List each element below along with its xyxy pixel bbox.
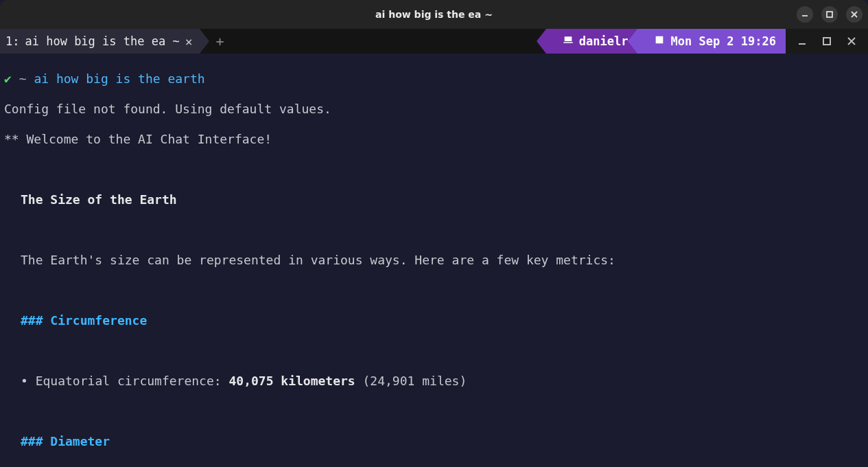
status-datetime: Mon Sep 2 19:26 bbox=[670, 34, 776, 48]
response-title: The Size of the Earth bbox=[21, 192, 177, 207]
inner-maximize-button[interactable] bbox=[814, 29, 839, 54]
list-item: • Equatorial circumference: 40,075 kilom… bbox=[4, 374, 864, 389]
inner-close-button[interactable] bbox=[839, 29, 864, 54]
tab-index: 1: bbox=[5, 34, 19, 48]
status-right: danielr Mon Sep 2 19:26 bbox=[546, 29, 868, 54]
status-time-segment: Mon Sep 2 19:26 bbox=[637, 29, 786, 54]
window-titlebar: ai how big is the ea ~ bbox=[0, 0, 868, 29]
inner-minimize-button[interactable] bbox=[790, 29, 814, 54]
window-controls-outer bbox=[797, 6, 863, 23]
blank-line bbox=[4, 283, 864, 298]
tab-close-icon[interactable]: × bbox=[185, 34, 193, 49]
svg-rect-5 bbox=[823, 38, 830, 45]
minimize-button[interactable] bbox=[797, 6, 813, 23]
config-warning-line: Config file not found. Using default val… bbox=[4, 102, 864, 117]
tab-bar: 1: ai how big is the ea ~ × + danielr Mo… bbox=[0, 29, 868, 54]
prompt-cwd: ~ bbox=[19, 71, 27, 86]
terminal-tab-1[interactable]: 1: ai how big is the ea ~ × bbox=[0, 29, 200, 54]
calendar-icon bbox=[654, 34, 665, 48]
shell-prompt-line: ✔ ~ ai how big is the earth bbox=[4, 71, 864, 87]
laptop-icon bbox=[563, 34, 574, 48]
blank-line bbox=[4, 162, 864, 177]
tab-label: ai how big is the ea ~ bbox=[25, 34, 179, 48]
prompt-command: ai how big is the earth bbox=[34, 71, 204, 86]
new-tab-button[interactable]: + bbox=[216, 29, 224, 54]
status-user-segment: danielr bbox=[546, 29, 638, 54]
prompt-check-icon: ✔ bbox=[4, 71, 12, 86]
blank-line bbox=[4, 343, 864, 358]
blank-line bbox=[4, 223, 864, 238]
maximize-button[interactable] bbox=[821, 6, 838, 23]
welcome-line: ** Welcome to the AI Chat Interface! bbox=[4, 132, 864, 147]
heading-circumference: ### Circumference bbox=[21, 313, 147, 328]
response-intro: The Earth's size can be represented in v… bbox=[4, 253, 864, 268]
close-button[interactable] bbox=[846, 6, 863, 23]
window-controls-inner bbox=[786, 29, 868, 54]
status-user: danielr bbox=[579, 34, 629, 48]
terminal-body[interactable]: ✔ ~ ai how big is the earth Config file … bbox=[0, 54, 868, 467]
blank-line bbox=[4, 404, 864, 419]
blank-line bbox=[4, 464, 864, 467]
svg-rect-1 bbox=[827, 12, 832, 17]
window-title: ai how big is the ea ~ bbox=[375, 9, 493, 20]
heading-diameter: ### Diameter bbox=[21, 434, 110, 448]
